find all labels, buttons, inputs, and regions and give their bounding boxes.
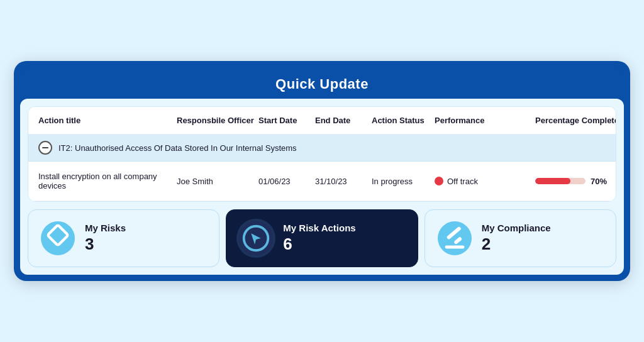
my-risks-title: My Risks bbox=[85, 223, 126, 233]
my-risks-card[interactable]: My Risks 3 bbox=[28, 209, 219, 267]
cell-start-date: 01/06/23 bbox=[258, 177, 315, 186]
my-compliance-count: 2 bbox=[482, 234, 551, 254]
my-risk-actions-card[interactable]: My Risk Actions 6 bbox=[226, 209, 418, 267]
svg-rect-5 bbox=[445, 246, 464, 249]
progress-pct: 70% bbox=[591, 177, 607, 186]
performance-label: Off track bbox=[447, 177, 478, 186]
col-header-start-date: Start Date bbox=[258, 116, 315, 125]
outer-card: Quick Update Action title Responsbile Of… bbox=[14, 61, 630, 281]
group-row[interactable]: IT2: Unauthorised Access Of Data Stored … bbox=[28, 135, 616, 162]
progress-bar-fill bbox=[535, 178, 570, 184]
col-header-percentage: Percentage Complete bbox=[535, 116, 616, 125]
cell-action-status: In progress bbox=[372, 177, 435, 186]
col-header-officer: Responsbile Officer bbox=[177, 116, 258, 125]
action-table: Action title Responsbile Officer Start D… bbox=[28, 106, 616, 202]
cell-end-date: 31/10/23 bbox=[315, 177, 372, 186]
col-header-action-title: Action title bbox=[38, 116, 177, 125]
col-header-performance: Performance bbox=[435, 116, 535, 125]
table-header: Action title Responsbile Officer Start D… bbox=[28, 107, 616, 135]
my-compliance-card[interactable]: My Compliance 2 bbox=[425, 209, 616, 267]
gavel-icon bbox=[438, 221, 472, 255]
page-title: Quick Update bbox=[33, 76, 611, 92]
svg-rect-0 bbox=[42, 147, 48, 148]
title-bar: Quick Update bbox=[20, 67, 624, 99]
my-risk-actions-icon-wrap bbox=[239, 221, 273, 255]
svg-rect-1 bbox=[48, 225, 69, 246]
group-label: IT2: Unauthorised Access Of Data Stored … bbox=[58, 143, 297, 153]
my-risks-count: 3 bbox=[85, 234, 126, 254]
my-compliance-icon-wrap bbox=[438, 221, 472, 255]
col-header-action-status: Action Status bbox=[372, 116, 435, 125]
cell-officer: Joe Smith bbox=[177, 177, 258, 186]
cursor-icon bbox=[239, 221, 273, 255]
my-risk-actions-info: My Risk Actions 6 bbox=[283, 223, 355, 254]
cell-performance: Off track bbox=[435, 177, 535, 186]
cell-action-title: Install encryption on all company device… bbox=[38, 172, 177, 190]
main-content: Action title Responsbile Officer Start D… bbox=[20, 99, 624, 275]
my-risks-icon-wrap bbox=[41, 221, 75, 255]
svg-rect-4 bbox=[453, 236, 462, 245]
my-compliance-title: My Compliance bbox=[482, 223, 551, 233]
progress-bar-bg bbox=[535, 178, 586, 184]
my-compliance-info: My Compliance 2 bbox=[482, 223, 551, 254]
table-row: Install encryption on all company device… bbox=[28, 162, 616, 201]
performance-dot bbox=[435, 177, 443, 185]
my-risks-info: My Risks 3 bbox=[85, 223, 126, 254]
my-risk-actions-count: 6 bbox=[283, 234, 355, 254]
bottom-cards: My Risks 3 My Risk Actions 6 bbox=[28, 209, 616, 267]
diamond-icon bbox=[41, 221, 75, 255]
group-collapse-icon[interactable] bbox=[38, 141, 52, 155]
col-header-end-date: End Date bbox=[315, 116, 372, 125]
cell-percentage: 70% bbox=[535, 177, 616, 186]
my-risk-actions-title: My Risk Actions bbox=[283, 223, 355, 233]
